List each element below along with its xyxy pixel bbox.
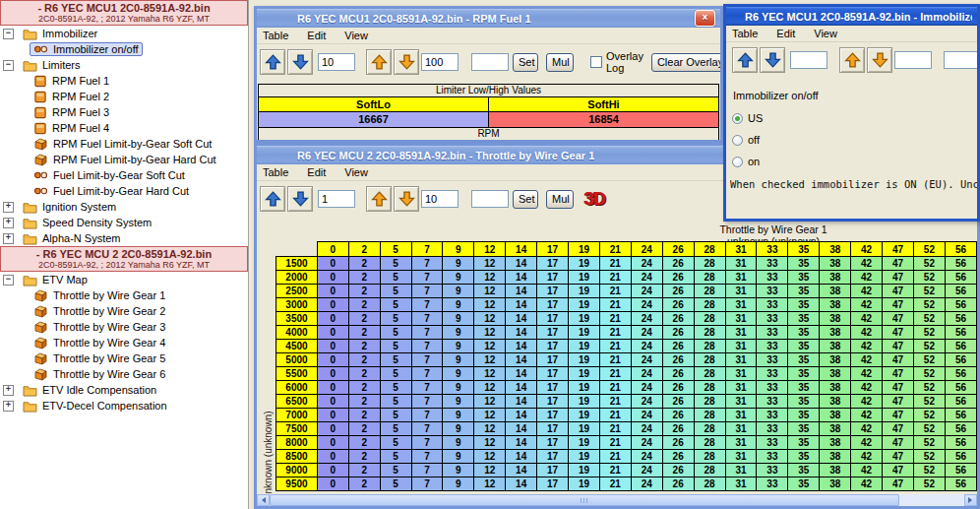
grid-cell[interactable]: 9 bbox=[443, 422, 474, 436]
tree-item[interactable]: Throttle by Wire Gear 3 bbox=[0, 319, 248, 335]
scroll-right-icon[interactable] bbox=[964, 494, 977, 506]
tree-item[interactable]: +Ignition System bbox=[0, 199, 248, 215]
grid-cell[interactable]: 33 bbox=[757, 257, 788, 271]
grid-cell[interactable]: 38 bbox=[820, 367, 851, 381]
grid-cell[interactable]: 19 bbox=[569, 257, 600, 271]
grid-cell[interactable]: 24 bbox=[631, 422, 662, 436]
menu-edit[interactable]: Edit bbox=[307, 166, 326, 178]
grid-cell[interactable]: 21 bbox=[599, 381, 631, 395]
grid-cell[interactable]: 42 bbox=[851, 326, 883, 340]
grid-cell[interactable]: 28 bbox=[694, 395, 725, 409]
menu-edit[interactable]: Edit bbox=[776, 28, 795, 39]
grid-cell[interactable]: 12 bbox=[474, 298, 506, 312]
grid-cell[interactable]: 28 bbox=[694, 381, 725, 395]
grid-cell[interactable]: 35 bbox=[788, 312, 820, 326]
horizontal-scrollbar[interactable] bbox=[257, 494, 977, 506]
grid-cell[interactable]: 19 bbox=[569, 450, 600, 464]
3d-view-button[interactable]: 3D bbox=[584, 189, 605, 210]
grid-cell[interactable]: 14 bbox=[506, 395, 537, 409]
grid-cell[interactable]: 7 bbox=[411, 381, 443, 395]
grid-cell[interactable]: 28 bbox=[694, 285, 725, 298]
grid-cell[interactable]: 31 bbox=[725, 312, 757, 326]
grid-cell[interactable]: 26 bbox=[662, 257, 694, 271]
grid-cell[interactable]: 28 bbox=[694, 367, 725, 381]
grid-cell[interactable]: 35 bbox=[788, 477, 820, 491]
grid-cell[interactable]: 0 bbox=[317, 312, 348, 326]
large-step-field[interactable] bbox=[421, 190, 459, 208]
grid-cell[interactable]: 24 bbox=[631, 367, 662, 381]
grid-cell[interactable]: 42 bbox=[851, 312, 883, 326]
grid-cell[interactable]: 17 bbox=[537, 381, 569, 395]
grid-cell[interactable]: 42 bbox=[851, 422, 883, 436]
grid-cell[interactable]: 5 bbox=[380, 464, 411, 477]
grid-cell[interactable]: 35 bbox=[788, 285, 820, 298]
scrollbar-track[interactable] bbox=[899, 494, 964, 506]
grid-cell[interactable]: 56 bbox=[945, 312, 976, 326]
grid-cell[interactable]: 12 bbox=[474, 395, 506, 409]
grid-cell[interactable]: 12 bbox=[474, 436, 506, 450]
grid-cell[interactable]: 14 bbox=[506, 450, 537, 464]
grid-cell[interactable]: 0 bbox=[317, 353, 348, 367]
grid-cell[interactable]: 19 bbox=[569, 353, 600, 367]
grid-cell[interactable]: 35 bbox=[788, 422, 820, 436]
grid-cell[interactable]: 0 bbox=[317, 477, 348, 491]
grid-cell[interactable]: 9 bbox=[443, 312, 474, 326]
grid-cell[interactable]: 24 bbox=[631, 409, 662, 422]
grid-cell[interactable]: 26 bbox=[662, 271, 694, 285]
grid-cell[interactable]: 9 bbox=[443, 271, 474, 285]
grid-cell[interactable]: 12 bbox=[474, 353, 506, 367]
grid-cell[interactable]: 33 bbox=[757, 422, 788, 436]
grid-cell[interactable]: 38 bbox=[820, 395, 851, 409]
grid-cell[interactable]: 33 bbox=[757, 340, 788, 353]
grid-cell[interactable]: 2 bbox=[348, 464, 380, 477]
grid-cell[interactable]: 24 bbox=[631, 381, 662, 395]
expander-minus-icon[interactable]: − bbox=[3, 29, 14, 39]
grid-cell[interactable]: 47 bbox=[883, 353, 914, 367]
grid-cell[interactable]: 52 bbox=[913, 298, 945, 312]
grid-cell[interactable]: 47 bbox=[883, 367, 914, 381]
grid-cell[interactable]: 17 bbox=[537, 436, 569, 450]
grid-cell[interactable]: 17 bbox=[537, 367, 569, 381]
radio-option-off[interactable]: off bbox=[732, 129, 977, 151]
decrement-small-button[interactable] bbox=[760, 47, 785, 73]
tree-item[interactable]: Fuel Limit-by-Gear Soft Cut bbox=[0, 167, 248, 183]
grid-cell[interactable]: 33 bbox=[757, 353, 788, 367]
tree-item[interactable]: RPM Fuel Limit-by-Gear Hard Cut bbox=[0, 152, 248, 167]
tree-item[interactable]: +ETV-Decel Compensation bbox=[0, 398, 248, 414]
grid-cell[interactable]: 0 bbox=[317, 340, 348, 353]
grid-cell[interactable]: 56 bbox=[945, 326, 976, 340]
grid-cell[interactable]: 42 bbox=[851, 367, 883, 381]
grid-cell[interactable]: 0 bbox=[317, 409, 348, 422]
grid-cell[interactable]: 7 bbox=[411, 298, 443, 312]
grid-cell[interactable]: 7 bbox=[411, 436, 443, 450]
grid-cell[interactable]: 47 bbox=[883, 271, 914, 285]
grid-cell[interactable]: 35 bbox=[788, 271, 820, 285]
grid-cell[interactable]: 24 bbox=[631, 353, 662, 367]
grid-cell[interactable]: 26 bbox=[662, 477, 694, 491]
grid-cell[interactable]: 12 bbox=[474, 257, 506, 271]
grid-cell[interactable]: 47 bbox=[883, 326, 914, 340]
grid-cell[interactable]: 38 bbox=[820, 409, 851, 422]
grid-cell[interactable]: 26 bbox=[662, 450, 694, 464]
grid-cell[interactable]: 9 bbox=[443, 450, 474, 464]
grid-cell[interactable]: 17 bbox=[537, 312, 569, 326]
grid-cell[interactable]: 12 bbox=[474, 409, 506, 422]
decrement-large-button[interactable] bbox=[394, 186, 419, 212]
grid-cell[interactable]: 52 bbox=[913, 395, 945, 409]
radio-option-on[interactable]: on bbox=[732, 151, 977, 172]
grid-cell[interactable]: 12 bbox=[474, 340, 506, 353]
grid-cell[interactable]: 2 bbox=[348, 271, 380, 285]
grid-cell[interactable]: 0 bbox=[317, 395, 348, 409]
grid-cell[interactable]: 17 bbox=[537, 409, 569, 422]
grid-cell[interactable]: 17 bbox=[537, 477, 569, 491]
grid-cell[interactable]: 24 bbox=[631, 271, 662, 285]
grid-cell[interactable]: 19 bbox=[569, 409, 600, 422]
tree-item[interactable]: Throttle by Wire Gear 6 bbox=[0, 366, 248, 382]
grid-cell[interactable]: 38 bbox=[820, 381, 851, 395]
grid-cell[interactable]: 42 bbox=[851, 271, 883, 285]
grid-cell[interactable]: 28 bbox=[694, 298, 725, 312]
grid-cell[interactable]: 14 bbox=[506, 340, 537, 353]
scrollbar-thumb[interactable] bbox=[270, 494, 899, 506]
grid-cell[interactable]: 33 bbox=[757, 450, 788, 464]
grid-cell[interactable]: 24 bbox=[631, 312, 662, 326]
